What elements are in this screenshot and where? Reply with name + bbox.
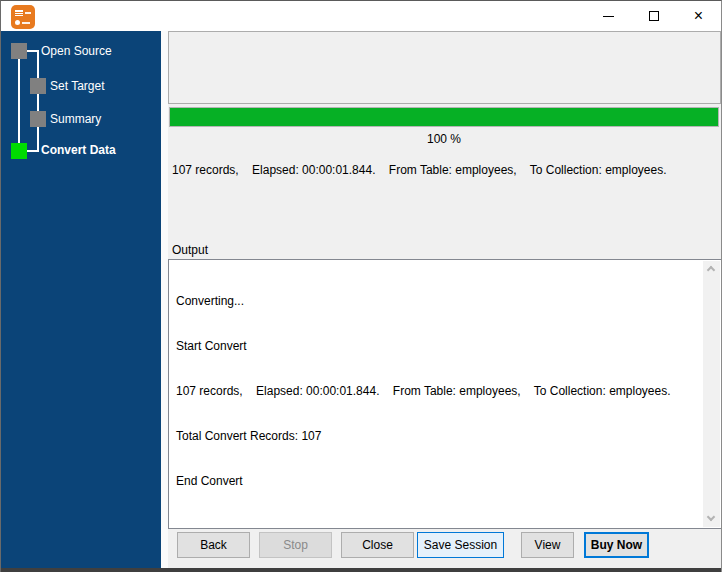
output-log-box[interactable]: Converting... Start Convert 107 records,… <box>168 259 722 529</box>
output-line: 107 records, Elapsed: 00:00:01.844. From… <box>176 384 699 399</box>
step-connector-outer <box>18 59 20 143</box>
step-marker-set-target[interactable] <box>30 78 46 94</box>
stop-button[interactable]: Stop <box>259 532 332 558</box>
minimize-button[interactable] <box>586 1 631 31</box>
top-panel <box>168 31 721 104</box>
table-glyph <box>15 10 23 16</box>
output-scrollbar[interactable] <box>703 261 720 527</box>
step-connector-top <box>27 50 38 52</box>
step-connector-inner <box>37 50 39 152</box>
output-line: Start Convert <box>176 339 699 354</box>
sidebar-item-summary[interactable]: Summary <box>50 112 101 126</box>
output-label: Output <box>172 243 208 257</box>
converter-window: × Open Source Set Target Summary Convert… <box>0 0 722 572</box>
back-button[interactable]: Back <box>177 532 250 558</box>
sidebar-divider <box>161 31 168 569</box>
minimize-icon <box>603 16 614 17</box>
db-glyph <box>15 20 20 25</box>
output-line: End Convert <box>176 474 699 489</box>
step-marker-convert-data[interactable] <box>11 143 27 159</box>
wizard-steps-sidebar: Open Source Set Target Summary Convert D… <box>1 31 161 569</box>
scroll-up-icon[interactable] <box>707 265 715 273</box>
app-icon <box>11 5 35 29</box>
progress-fill <box>170 108 718 126</box>
output-line: Total Convert Records: 107 <box>176 429 699 444</box>
progress-percent-label: 100 % <box>169 132 719 146</box>
view-button[interactable]: View <box>521 532 574 558</box>
sidebar-item-set-target[interactable]: Set Target <box>50 79 104 93</box>
buy-now-button[interactable]: Buy Now <box>584 532 649 558</box>
output-line: Converting... <box>176 294 699 309</box>
close-button[interactable]: × <box>676 1 721 31</box>
window-body: Open Source Set Target Summary Convert D… <box>1 31 722 569</box>
output-log-text: Converting... Start Convert 107 records,… <box>176 264 699 519</box>
maximize-button[interactable] <box>631 1 676 31</box>
titlebar: × <box>1 1 721 31</box>
close-icon: × <box>694 8 703 24</box>
maximize-icon <box>649 11 659 21</box>
conversion-status-line: 107 records, Elapsed: 00:00:01.844. From… <box>172 163 667 177</box>
scroll-down-icon[interactable] <box>707 515 715 523</box>
save-session-button[interactable]: Save Session <box>417 532 504 558</box>
step-connector-bottom <box>27 150 38 152</box>
sidebar-item-open-source[interactable]: Open Source <box>41 44 112 58</box>
progress-bar <box>169 107 719 127</box>
sidebar-item-convert-data[interactable]: Convert Data <box>41 143 116 157</box>
close-dialog-button[interactable]: Close <box>341 532 414 558</box>
window-bottom-border <box>1 568 721 572</box>
step-marker-summary[interactable] <box>30 111 46 127</box>
step-marker-open-source[interactable] <box>11 43 27 59</box>
window-controls: × <box>586 1 721 31</box>
